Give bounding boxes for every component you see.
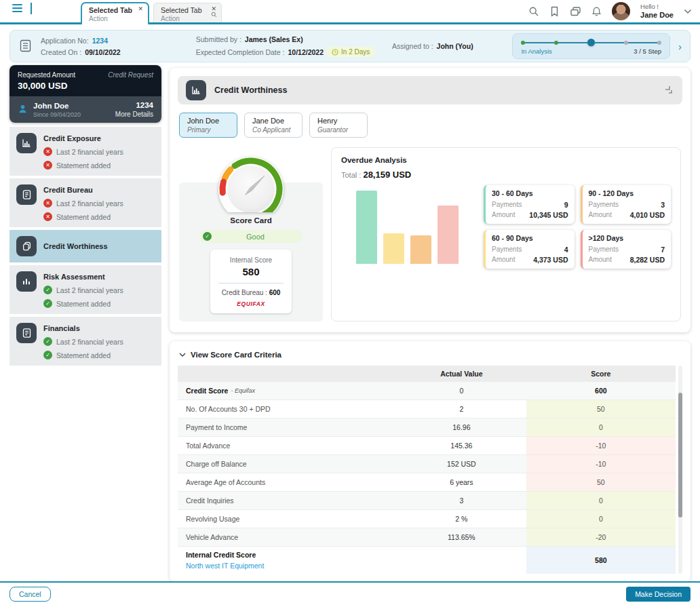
row-actual-value: 113.65% <box>397 528 526 546</box>
applicant-tab-john-doe[interactable]: John DoePrimary <box>179 113 237 138</box>
overdue-analysis: Overdue Analysis Total : 28,159 USD 30 -… <box>331 147 681 321</box>
search-icon[interactable] <box>528 6 539 17</box>
applicant-tab-role: Primary <box>187 126 229 134</box>
overdue-card-label: Amount <box>492 256 515 264</box>
screens-icon[interactable] <box>570 6 581 17</box>
chevron-right-icon[interactable]: › <box>677 41 683 52</box>
tab-search-icon[interactable] <box>211 11 217 19</box>
row-score: -10 <box>526 437 676 454</box>
bureau-score: 600 <box>269 289 281 296</box>
check-icon: ✓ <box>203 232 212 241</box>
sidebar-item-credit-worthiness[interactable]: Credit Worthiness <box>9 230 161 262</box>
table-row: Average Age of Accounts6 years50 <box>178 473 676 492</box>
applicant-tab-henry[interactable]: HenryGuarantor <box>309 113 368 138</box>
applicant-since: Since 09/04/2020 <box>33 111 81 118</box>
application-doc-icon <box>20 39 31 54</box>
panel-header: Credit Worthiness <box>178 76 682 104</box>
table-row: Payment to Income16.960 <box>178 418 676 437</box>
row-label-text: Charge off Balance <box>186 460 247 468</box>
hamburger-menu-icon[interactable] <box>12 4 22 12</box>
panel-title: Credit Worthiness <box>214 85 287 95</box>
close-icon[interactable]: ✕ <box>138 6 143 12</box>
status-line: ✕Statement added <box>43 161 123 170</box>
sidebar-item-risk-assessment[interactable]: Risk Assessment✓Last 2 financial years✓S… <box>9 265 161 314</box>
overdue-card-label: Amount <box>492 211 515 219</box>
sidebar-item-body: Financials✓Last 2 financial years✓Statem… <box>43 323 123 359</box>
row-label: No. Of Accounts 30 + DPD <box>178 400 397 418</box>
overdue-card-row: Payments9 <box>492 201 568 209</box>
more-details-link[interactable]: More Details <box>115 111 153 118</box>
row-actual-value: 152 USD <box>397 455 526 473</box>
avatar[interactable] <box>612 2 630 20</box>
applicant-tabs: John DoePrimaryJane DoeCo ApplicantHenry… <box>179 113 681 138</box>
cancel-button[interactable]: Cancel <box>9 587 51 602</box>
row-score: 580 <box>526 547 676 574</box>
assigned-to-value: John (You) <box>437 42 473 50</box>
bookmark-icon[interactable] <box>549 6 560 17</box>
overdue-card-value: 9 <box>564 201 568 209</box>
table-row: Vehicle Advance113.65%-20 <box>178 528 676 547</box>
sidebar-item-body: Credit Worthiness <box>43 236 108 256</box>
scrollbar-thumb[interactable] <box>678 393 682 518</box>
equifax-logo: EQUIFAX <box>216 300 286 307</box>
clock-icon <box>332 49 338 56</box>
expected-date-label: Expected Completion Date : <box>196 48 285 56</box>
table-row: Charge off Balance152 USD-10 <box>178 455 676 473</box>
rating-text: Good <box>212 233 299 241</box>
row-label-text: Revolving Usage <box>186 515 239 523</box>
sidebar-item-title: Credit Bureau <box>43 184 123 194</box>
progress-stage-label: In Analysis <box>521 47 551 55</box>
row-label-text: Average Age of Accounts <box>186 478 265 486</box>
applicant-tab-jane-doe[interactable]: Jane DoeCo Applicant <box>244 113 303 138</box>
sidebar-item-body: Credit Exposure✕Last 2 financial years✕S… <box>43 133 123 170</box>
column-score: Score <box>526 366 676 382</box>
overdue-card-value: 10,345 USD <box>529 211 568 219</box>
status-text: Last 2 financial years <box>56 199 123 208</box>
status-line: ✓Last 2 financial years <box>43 337 123 346</box>
status-text: Statement added <box>56 351 111 359</box>
status-line: ✕Statement added <box>43 212 123 221</box>
row-link[interactable]: North west IT Equipment <box>186 562 397 570</box>
overdue-card-row: Amount4,373 USD <box>492 256 568 264</box>
row-label: Revolving Usage <box>178 510 397 528</box>
bar-60-90Days <box>383 233 404 264</box>
row-label-text: Credit Score <box>186 387 228 395</box>
internal-score-label: Internal Score <box>216 256 286 264</box>
due-badge: In 2 Days <box>327 47 374 57</box>
table-row: Credit Inquiries30 <box>178 492 676 510</box>
status-text: Statement added <box>56 161 111 170</box>
chevron-down-icon[interactable] <box>684 9 692 14</box>
applicant-name: John Doe <box>33 102 81 110</box>
applicant-summary: John Doe Since 09/04/2020 1234 More Deta… <box>9 96 161 123</box>
row-score: -20 <box>526 528 676 546</box>
sidebar-item-credit-exposure[interactable]: Credit Exposure✕Last 2 financial years✕S… <box>9 127 161 176</box>
overdue-card-label: Payments <box>589 201 619 209</box>
bell-icon[interactable] <box>591 6 602 17</box>
application-no-value[interactable]: 1234 <box>92 37 108 45</box>
status-line: ✓Statement added <box>43 299 123 308</box>
row-label: Internal Credit ScoreNorth west IT Equip… <box>178 547 397 574</box>
main-content: Credit Worthiness John DoePrimaryJane Do… <box>170 68 691 605</box>
criteria-title: View Score Card Criteria <box>191 351 281 359</box>
table-scrollbar[interactable] <box>678 366 682 574</box>
sidebar-item-credit-bureau[interactable]: Credit Bureau✕Last 2 financial years✕Sta… <box>9 178 161 227</box>
table-row: Internal Credit ScoreNorth west IT Equip… <box>178 547 676 574</box>
overdue-card-row: Payments7 <box>589 246 665 254</box>
top-bar: Selected Tab Action ✕ Selected Tab Actio… <box>0 0 700 24</box>
overdue-card-value: 4,373 USD <box>533 256 568 264</box>
criteria-header[interactable]: View Score Card Criteria <box>178 349 682 359</box>
table-row: Credit Score - Equifax0600 <box>178 382 676 400</box>
applicant-tab-name: Jane Doe <box>252 117 294 125</box>
tab-strip: Selected Tab Action ✕ Selected Tab Actio… <box>81 0 222 22</box>
make-decision-button[interactable]: Make Decision <box>626 587 691 602</box>
sidebar-nav: Credit Exposure✕Last 2 financial years✕S… <box>9 127 161 366</box>
expand-icon[interactable] <box>663 85 674 96</box>
sidebar-item-financials[interactable]: Financials✓Last 2 financial years✓Statem… <box>9 317 161 366</box>
tab-selected-active[interactable]: Selected Tab Action ✕ <box>81 2 149 24</box>
row-label: Charge off Balance <box>178 455 397 473</box>
row-label-text: Credit Inquiries <box>186 496 234 505</box>
row-score: 0 <box>526 510 676 528</box>
row-actual-value: 16.96 <box>397 418 526 436</box>
row-actual-value: 6 years <box>397 473 526 491</box>
tab-selected-inactive[interactable]: Selected Tab Action ✕ <box>153 3 222 22</box>
